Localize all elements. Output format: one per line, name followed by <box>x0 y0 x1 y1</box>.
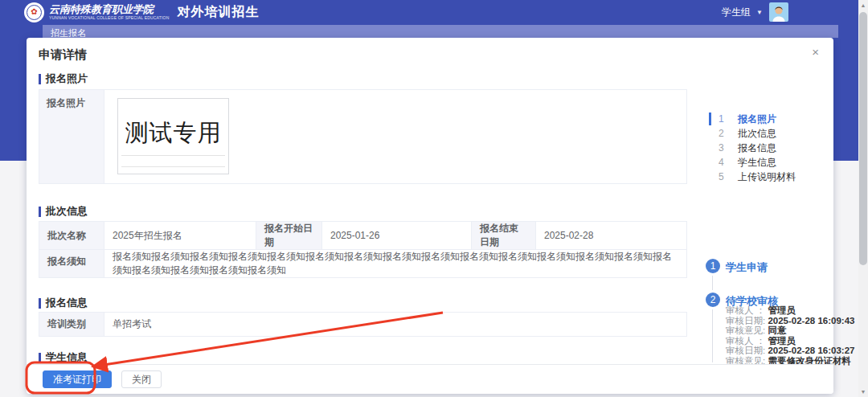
timeline-connector <box>712 276 713 290</box>
chevron-down-icon[interactable]: ▼ <box>756 9 763 16</box>
avatar-person-icon <box>769 2 788 22</box>
active-indicator <box>709 113 711 125</box>
close-icon[interactable]: × <box>812 46 819 58</box>
anchor-item-batch[interactable]: 2 批次信息 <box>709 126 829 141</box>
field-label: 批次名称 <box>39 222 104 250</box>
app-title: 对外培训招生 <box>178 4 260 21</box>
photo-line <box>121 166 225 167</box>
close-button[interactable]: 关闭 <box>121 370 162 388</box>
field-label: 报名结束日期 <box>472 222 536 250</box>
scroll-down-icon[interactable]: ▼ <box>858 389 868 395</box>
field-value: 单招考试 <box>104 313 687 337</box>
tab-bar: 招生报名 <box>43 25 838 38</box>
photo-line <box>121 155 225 156</box>
section-heading-batch: 批次信息 <box>39 206 88 217</box>
review-detail-row: 审核日期: 2025-02-28 16:03:27 <box>726 346 838 356</box>
table-row: 报名须知 报名须知报名须知报名须知报名须知报名须知报名须知报名须知报名须知报名须… <box>39 250 687 278</box>
field-label: 报名须知 <box>39 250 104 278</box>
section-heading-photo: 报名照片 <box>39 73 88 84</box>
top-navbar: ✿ 云南特殊教育职业学院 YUNNAN VOCATIONAL COLLEGE O… <box>0 0 858 24</box>
field-label: 培训类别 <box>39 313 104 337</box>
field-label: 报名开始日期 <box>256 222 322 250</box>
review-detail-row: 审核人 ： 管理员 <box>726 336 838 346</box>
review-detail-row: 审核意见: 同意 <box>726 325 838 336</box>
tab-admission-registration[interactable]: 招生报名 <box>51 28 86 38</box>
notice-text: 报名须知报名须知报名须知报名须知报名须知报名须知报名须知报名须知报名须知报名须知… <box>104 250 687 278</box>
photo-field-value: 测试专用 <box>104 90 686 183</box>
college-name-cn: 云南特殊教育职业学院 <box>49 4 170 15</box>
app: ✿ 云南特殊教育职业学院 YUNNAN VOCATIONAL COLLEGE O… <box>0 0 868 397</box>
modal-title: 申请详情 <box>39 47 87 63</box>
anchor-item-materials[interactable]: 5 上传说明材料 <box>709 170 829 184</box>
college-logo-icon: ✿ <box>24 2 44 23</box>
anchor-item-apply[interactable]: 3 报名信息 <box>709 141 829 155</box>
browser-scrollbar[interactable]: ▲ ▼ <box>858 0 868 397</box>
anchor-nav: 1 报名照片 2 批次信息 3 报名信息 4 学生信息 5 上传说明材料 <box>709 112 829 184</box>
review-details: 审核人 ： 管理员 审核日期: 2025-02-28 16:09:43 审核意见… <box>726 305 838 366</box>
anchor-item-student[interactable]: 4 学生信息 <box>709 155 829 170</box>
step-1-title: 学生申请 <box>726 260 768 275</box>
scroll-up-icon[interactable]: ▲ <box>858 2 868 8</box>
photo-field-label: 报名照片 <box>39 90 104 183</box>
apply-info-table: 培训类别 单招考试 <box>39 312 687 337</box>
table-row: 培训类别 单招考试 <box>39 313 687 337</box>
timeline-connector <box>712 309 713 362</box>
table-row: 批次名称 2025年招生报名 报名开始日期 2025-01-26 报名结束日期 … <box>39 222 687 250</box>
section-bar <box>39 298 41 309</box>
logo-ring: ✿ <box>27 5 42 20</box>
modal-footer: 准考证打印 关闭 <box>27 364 833 394</box>
print-admission-ticket-button[interactable]: 准考证打印 <box>43 370 112 388</box>
photo-row: 报名照片 测试专用 <box>39 89 687 184</box>
photo-watermark-text: 测试专用 <box>125 117 222 149</box>
field-value: 2025-01-26 <box>322 222 472 250</box>
section-bar <box>39 74 41 84</box>
section-bar <box>39 353 41 363</box>
review-detail-row: 审核人 ： 管理员 <box>726 305 838 316</box>
section-bar <box>39 207 41 217</box>
user-menu[interactable]: 学生组 ▼ <box>722 0 788 24</box>
field-value: 2025年招生报名 <box>104 222 256 250</box>
application-detail-modal: 申请详情 × 报名照片 报名照片 测试专用 批次信息 批次名称 <box>27 38 833 394</box>
scrollbar-thumb[interactable] <box>859 12 867 265</box>
review-detail-row: 审核日期: 2025-02-28 16:09:43 <box>726 316 838 326</box>
anchor-item-photo[interactable]: 1 报名照片 <box>709 112 829 126</box>
logo-emblem-icon: ✿ <box>31 8 37 16</box>
section-heading-student: 学生信息 <box>39 352 88 363</box>
college-name-en: YUNNAN VOCATIONAL COLLEGE OF SPECIAL EDU… <box>49 15 170 20</box>
college-name: 云南特殊教育职业学院 YUNNAN VOCATIONAL COLLEGE OF … <box>49 4 170 20</box>
field-value: 2025-02-28 <box>536 222 687 250</box>
applicant-photo: 测试专用 <box>117 98 229 174</box>
step-2-badge: 2 <box>706 293 720 307</box>
batch-info-table: 批次名称 2025年招生报名 报名开始日期 2025-01-26 报名结束日期 … <box>39 221 687 278</box>
section-heading-apply: 报名信息 <box>39 297 88 309</box>
avatar[interactable] <box>769 2 788 22</box>
user-group-label[interactable]: 学生组 <box>722 6 751 19</box>
step-1-badge: 1 <box>706 259 720 273</box>
